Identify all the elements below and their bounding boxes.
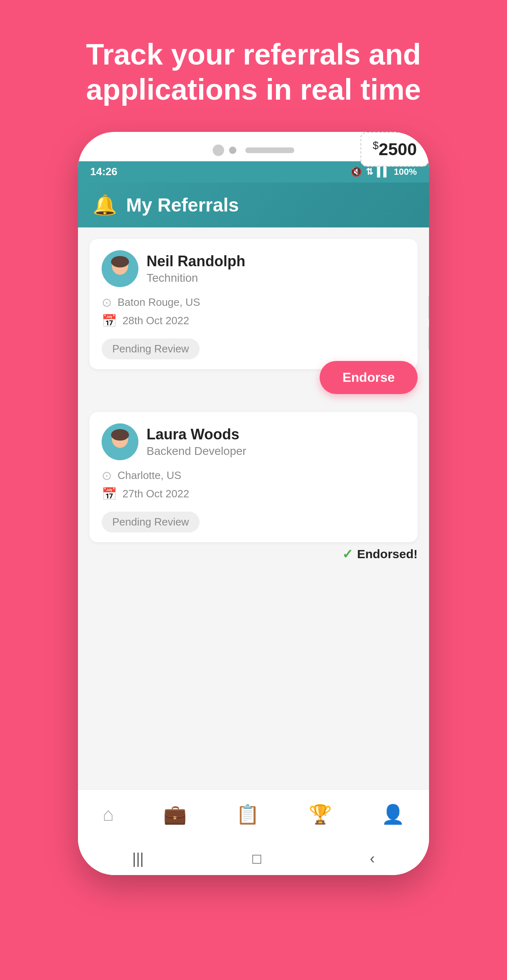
- location-text-neil: Baton Rouge, US: [118, 296, 200, 309]
- phone-btn-2: [428, 326, 429, 351]
- date-text-laura: 27th Oct 2022: [122, 488, 189, 500]
- phone-side-buttons: [428, 295, 429, 351]
- nav-item-jobs[interactable]: 💼: [163, 803, 187, 825]
- jobs-icon: 💼: [163, 803, 187, 825]
- status-icons: 🔇 ⇅ ▌▌ 100%: [351, 167, 417, 177]
- rewards-icon: 🏆: [309, 803, 332, 825]
- bottom-nav: ⌂ 💼 📋 🏆 👤: [78, 789, 429, 842]
- wifi-icon: ⇅: [366, 167, 373, 177]
- endorsed-area-laura: ✓ Endorsed!: [78, 546, 429, 562]
- phone-camera: [213, 145, 224, 156]
- status-time: 14:26: [90, 165, 118, 178]
- check-icon-laura: ✓: [342, 546, 353, 562]
- header-title: My Referrals: [126, 194, 239, 216]
- headline: Track your referrals and applications in…: [0, 0, 507, 132]
- calendar-icon-laura: 📅: [102, 487, 117, 501]
- nav-item-profile[interactable]: 👤: [381, 803, 405, 825]
- avatar-laura: [102, 423, 138, 460]
- android-home-icon[interactable]: □: [252, 850, 261, 867]
- nav-item-rewards[interactable]: 🏆: [309, 803, 332, 825]
- endorse-area-neil: Endorse: [78, 361, 429, 394]
- status-tag-neil: Pending Review: [102, 339, 200, 359]
- card-role-neil: Technition: [147, 272, 245, 285]
- card-info-neil: Neil Randolph Technition: [147, 253, 245, 285]
- card-role-laura: Backend Developer: [147, 445, 246, 458]
- svg-point-2: [111, 256, 129, 267]
- card-header-neil: Neil Randolph Technition: [102, 250, 405, 287]
- location-row-neil: ⊙ Baton Rouge, US: [102, 295, 316, 310]
- location-row-laura: ⊙ Charlotte, US: [102, 468, 316, 483]
- phone-speaker-bar: [245, 147, 294, 153]
- signal-icon: ▌▌: [377, 167, 390, 177]
- location-text-laura: Charlotte, US: [118, 469, 181, 482]
- battery-text: 100%: [394, 167, 417, 177]
- date-row-laura: 📅 27th Oct 2022: [102, 487, 316, 501]
- card-info-col-laura: ⊙ Charlotte, US 📅 27th Oct 2022 Pending …: [102, 468, 316, 532]
- android-menu-icon[interactable]: |||: [132, 850, 144, 867]
- phone-top-bar: [78, 132, 429, 165]
- home-icon: ⌂: [102, 803, 114, 825]
- location-icon-neil: ⊙: [102, 295, 112, 310]
- nav-item-home[interactable]: ⌂: [102, 803, 114, 825]
- mute-icon: 🔇: [351, 167, 362, 177]
- date-text-neil: 28th Oct 2022: [122, 314, 189, 327]
- svg-point-6: [111, 429, 129, 441]
- phone-speaker-dot: [229, 147, 236, 154]
- avatar-neil: [102, 250, 138, 287]
- android-back-icon[interactable]: ‹: [370, 850, 375, 867]
- phone-shell: 14:26 🔇 ⇅ ▌▌ 100% 🔔 My Referrals: [78, 132, 429, 875]
- content-area: Neil Randolph Technition ⊙ Baton Rouge, …: [78, 227, 429, 875]
- endorsed-text-laura: Endorsed!: [357, 547, 418, 561]
- referrals-icon: 📋: [236, 803, 259, 825]
- card-body-neil: ⊙ Baton Rouge, US 📅 28th Oct 2022 Pendin…: [102, 295, 405, 359]
- card-name-laura: Laura Woods: [147, 426, 246, 443]
- profile-icon: 👤: [381, 803, 405, 825]
- card-info-col-neil: ⊙ Baton Rouge, US 📅 28th Oct 2022 Pendin…: [102, 295, 316, 359]
- card-header-laura: Laura Woods Backend Developer: [102, 423, 405, 460]
- nav-item-referrals[interactable]: 📋: [236, 803, 259, 825]
- calendar-icon-neil: 📅: [102, 314, 117, 328]
- phone-btn-1: [428, 295, 429, 320]
- referral-card-neil: Neil Randolph Technition ⊙ Baton Rouge, …: [89, 239, 418, 369]
- amount-col-laura: $2500: [324, 468, 405, 532]
- bell-icon[interactable]: 🔔: [93, 194, 117, 216]
- app-header: 🔔 My Referrals: [78, 183, 429, 227]
- location-icon-laura: ⊙: [102, 468, 112, 483]
- amount-col-neil: $2000: [324, 295, 405, 359]
- card-body-laura: ⊙ Charlotte, US 📅 27th Oct 2022 Pending …: [102, 468, 405, 532]
- android-nav: ||| □ ‹: [78, 842, 429, 875]
- card-name-neil: Neil Randolph: [147, 253, 245, 270]
- endorse-button-neil[interactable]: Endorse: [320, 361, 418, 394]
- referral-card-laura: Laura Woods Backend Developer ⊙ Charlott…: [89, 412, 418, 542]
- status-tag-laura: Pending Review: [102, 512, 200, 532]
- card-info-laura: Laura Woods Backend Developer: [147, 426, 246, 458]
- endorsed-label-laura: ✓ Endorsed!: [342, 546, 418, 562]
- date-row-neil: 📅 28th Oct 2022: [102, 314, 316, 328]
